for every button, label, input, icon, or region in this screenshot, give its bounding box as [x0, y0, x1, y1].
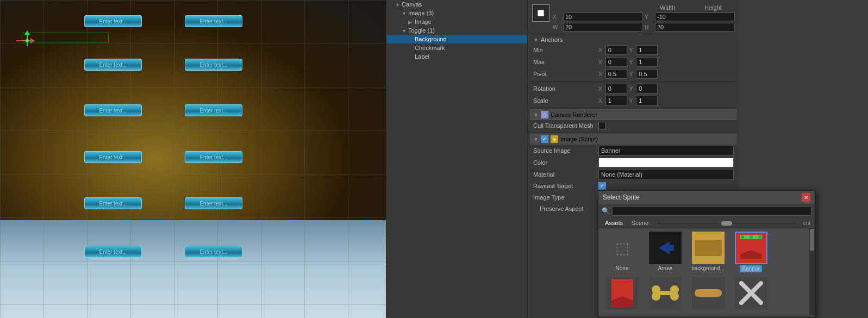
selection-rect: [22, 33, 109, 42]
expand-arrow-background: [408, 37, 413, 41]
ui-button-label-6: Enter text...: [99, 154, 127, 160]
sprite-arrow[interactable]: Arrow: [645, 232, 685, 275]
pos-y-field[interactable]: Y -10: [645, 13, 735, 21]
pos-y-input[interactable]: -10: [655, 13, 735, 21]
hierarchy-label-canvas: Canvas: [402, 1, 422, 8]
cull-checkbox[interactable]: [598, 122, 606, 129]
pivot-x-input[interactable]: 0.5: [605, 69, 627, 79]
width-input[interactable]: 20: [563, 23, 643, 32]
expand-arrow-toggle1: ▼: [402, 28, 406, 33]
sprite-bar[interactable]: [688, 277, 728, 313]
width-header-label: Width: [646, 4, 689, 11]
svg-point-5: [741, 235, 744, 239]
hierarchy-item-canvas[interactable]: ▼ Canvas: [386, 0, 527, 9]
scene-view[interactable]: Enter text... Enter text... Enter text..…: [0, 0, 386, 318]
tab-assets[interactable]: Assets: [603, 219, 625, 227]
color-picker[interactable]: [598, 158, 734, 167]
slider-thumb[interactable]: [721, 221, 732, 226]
tab-scene[interactable]: Scene: [629, 219, 651, 227]
rotation-value: X 0 Y 0: [598, 84, 734, 93]
ui-button-8[interactable]: Enter text...: [84, 197, 142, 209]
min-x-input[interactable]: 0: [605, 45, 627, 55]
ui-button-1[interactable]: Enter text...: [185, 15, 242, 27]
bg-shape: [695, 240, 722, 256]
sprite-scrollbar[interactable]: [809, 228, 815, 315]
bar-shape: [695, 289, 722, 297]
scale-x-value: 1: [608, 97, 611, 104]
hierarchy-item-label[interactable]: Label: [386, 52, 527, 61]
pivot-x-value: 0.5: [608, 71, 616, 77]
sprite-banner[interactable]: Banner: [730, 232, 771, 275]
sprite-bone[interactable]: [645, 277, 685, 313]
search-input[interactable]: [612, 206, 811, 216]
raycast-checkbox[interactable]: ✓: [598, 182, 606, 190]
anchor-preset[interactable]: [532, 4, 549, 22]
hierarchy-item-image3[interactable]: ▼ Image (3): [386, 9, 527, 17]
sprite-x-icon[interactable]: [730, 277, 771, 313]
max-x-label: X: [598, 59, 602, 65]
rot-y-input[interactable]: 0: [636, 84, 658, 93]
anchors-max-label: Max: [533, 59, 598, 65]
ui-button-10[interactable]: Enter text...: [84, 246, 142, 258]
ui-button-2[interactable]: Enter text...: [84, 59, 142, 71]
canvas-renderer-header[interactable]: ▼ ⬡ Canvas Renderer: [530, 109, 737, 120]
pos-x-field[interactable]: X 10: [553, 13, 643, 21]
sprite-bone-thumb: [649, 277, 682, 309]
expand-arrow-canvas: ▼: [395, 2, 399, 7]
raycast-check-mark: ✓: [600, 183, 604, 189]
scale-x-input[interactable]: 1: [605, 96, 627, 105]
ui-button-label-4: Enter text...: [99, 108, 127, 114]
x-icon: [739, 281, 763, 305]
ui-button-0[interactable]: Enter text...: [84, 15, 142, 27]
rot-x-input[interactable]: 0: [605, 84, 627, 93]
ui-button-label-2: Enter text...: [99, 62, 127, 68]
min-y-input[interactable]: 1: [636, 45, 658, 55]
ui-button-7[interactable]: Enter text...: [185, 151, 242, 163]
height-field[interactable]: H 20: [645, 23, 735, 32]
image-script-check[interactable]: ✓: [541, 135, 548, 143]
ui-button-11[interactable]: Enter text...: [185, 246, 242, 258]
ui-button-9[interactable]: Enter text...: [185, 197, 242, 209]
sprite-scrollbar-thumb[interactable]: [810, 229, 814, 251]
max-x-input[interactable]: 0: [605, 57, 627, 67]
max-y-input[interactable]: 1: [636, 57, 658, 67]
hierarchy-item-image[interactable]: ▶ Image: [386, 17, 527, 26]
ui-button-6[interactable]: Enter text...: [84, 151, 142, 163]
anchors-expand-icon: ▼: [533, 37, 539, 43]
width-value: 20: [565, 24, 572, 30]
sprite-banner-red[interactable]: [602, 277, 642, 313]
none-icon: ⬚: [615, 239, 629, 257]
anchors-min-row: Min X 0 Y 1: [530, 44, 737, 56]
canvas-renderer-icon: ⬡: [541, 111, 548, 119]
search-bar: 🔍: [598, 204, 815, 218]
pivot-row: Pivot X 0.5 Y 0.5: [530, 68, 737, 80]
height-input[interactable]: 20: [655, 23, 735, 32]
sprite-banner-red-thumb: [606, 277, 639, 309]
expand-arrow-image: ▶: [408, 20, 413, 24]
width-field[interactable]: W 20: [553, 23, 643, 32]
color-label: Color: [533, 159, 598, 166]
ui-button-5[interactable]: Enter text...: [185, 104, 242, 116]
hierarchy-item-toggle1[interactable]: ▼ Toggle (1): [386, 26, 527, 35]
banner-icon: [738, 235, 764, 261]
pos-x-value: 10: [565, 14, 572, 20]
scale-row: Scale X 1 Y 1: [530, 95, 737, 107]
sprite-background[interactable]: background...: [688, 232, 728, 275]
pivot-y-label: Y: [629, 71, 633, 77]
ui-button-4[interactable]: Enter text...: [84, 104, 142, 116]
sprite-banner-label: Banner: [740, 265, 761, 272]
source-image-input[interactable]: Banner: [598, 146, 734, 155]
image-script-header[interactable]: ▼ ✓ ◈ Image (Script): [530, 134, 737, 145]
hierarchy-item-background[interactable]: Background: [386, 35, 527, 43]
material-input[interactable]: None (Material): [598, 170, 734, 179]
hierarchy-label-image3: Image (3): [408, 10, 434, 16]
ui-button-3[interactable]: Enter text...: [185, 59, 242, 71]
scale-y-input[interactable]: 1: [636, 96, 658, 105]
pivot-y-input[interactable]: 0.5: [636, 69, 658, 79]
scale-value: X 1 Y 1: [598, 96, 734, 105]
dialog-close-button[interactable]: ✕: [802, 193, 810, 202]
pos-x-input[interactable]: 10: [563, 13, 643, 21]
sprite-none[interactable]: ⬚ None: [602, 232, 642, 275]
arrow-icon: [654, 237, 676, 259]
hierarchy-item-checkmark[interactable]: Checkmark: [386, 43, 527, 52]
